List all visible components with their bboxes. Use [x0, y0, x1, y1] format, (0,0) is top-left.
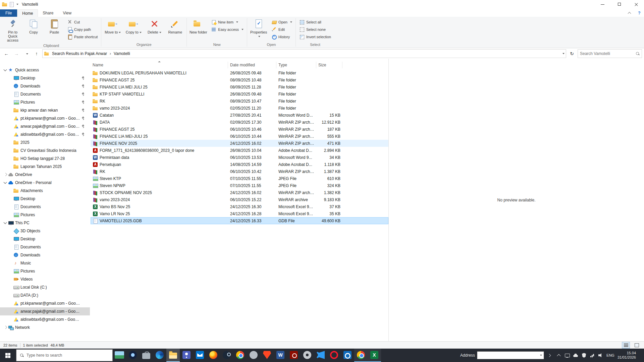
- expander-icon[interactable]: [8, 285, 13, 290]
- copy-button[interactable]: Copy: [23, 17, 44, 40]
- delete-button[interactable]: Delete: [144, 17, 164, 40]
- sidebar-item-kkp-anwar-dan-rekan[interactable]: kkp anwar dan rekan: [0, 106, 90, 114]
- tab-home[interactable]: Home: [17, 9, 38, 17]
- hidden-icons-chevron[interactable]: [556, 353, 561, 358]
- taskbar-app-button-outlook[interactable]: [341, 349, 354, 362]
- sidebar-item-pictures[interactable]: Pictures: [0, 98, 90, 106]
- network-tray-icon[interactable]: [590, 353, 595, 358]
- taskbar-app-button-chrome[interactable]: [233, 349, 247, 362]
- sidebar-item-downloads[interactable]: Downloads: [0, 251, 90, 259]
- file-row[interactable]: DATA 02/09/2025 17.30 WinRAR ZIP archive…: [91, 119, 388, 126]
- select-none-button[interactable]: Select none: [297, 26, 333, 33]
- back-button[interactable]: ←: [2, 50, 11, 58]
- expander-icon[interactable]: [8, 148, 13, 153]
- expander-icon[interactable]: [8, 309, 13, 314]
- taskbar-app-button-microsoft-store[interactable]: [140, 349, 153, 362]
- address-toolbar-dropdown-icon[interactable]: [540, 355, 542, 356]
- help-button[interactable]: ?: [635, 9, 644, 17]
- new-item-button[interactable]: New item: [209, 18, 246, 25]
- close-button[interactable]: [629, 0, 644, 9]
- column-header-name[interactable]: Name: [91, 62, 228, 68]
- volume-tray-icon[interactable]: [598, 353, 603, 358]
- sidebar-item-anwar-pajak-gmail-com-googl[interactable]: anwar.pajak@gmail.com - Googl...: [0, 122, 90, 130]
- sidebar-item-anwar-pajak-gmail-com-googl-h[interactable]: anwar.pajak@gmail.com - Googl... (H:): [0, 307, 90, 315]
- expander-icon[interactable]: [8, 228, 13, 234]
- sidebar-item-data-d[interactable]: DATA (D:): [0, 291, 90, 299]
- expander-icon[interactable]: [8, 268, 13, 274]
- taskbar-app-button-teams[interactable]: [180, 349, 193, 362]
- taskbar-app-button-excel[interactable]: [368, 349, 381, 362]
- expander-icon[interactable]: [8, 260, 13, 266]
- refresh-button[interactable]: ↻: [568, 50, 576, 58]
- breadcrumb-segment-current[interactable]: Vamotelli: [112, 51, 131, 56]
- history-button[interactable]: History: [269, 33, 294, 40]
- sidebar-item-documents[interactable]: Documents: [0, 243, 90, 251]
- taskbar-app-button-edge[interactable]: [153, 349, 166, 362]
- expander-icon[interactable]: [8, 317, 13, 322]
- expander-icon[interactable]: [8, 164, 13, 169]
- column-header-size[interactable]: Size: [316, 62, 342, 68]
- sidebar-item-local-disk-c[interactable]: Local Disk (C:): [0, 283, 90, 291]
- expander-icon[interactable]: [8, 116, 13, 121]
- expander-icon[interactable]: [8, 188, 13, 193]
- file-row[interactable]: vamo 2023-2024 06/10/2025 15.22 WinRAR a…: [91, 196, 388, 203]
- search-input[interactable]: [580, 51, 636, 56]
- expander-icon[interactable]: [8, 244, 13, 250]
- sidebar-item-pt-kkpanwar-gmail-com-googl[interactable]: pt.kkpanwar@gmail.com - Googl...: [0, 114, 90, 122]
- file-row[interactable]: FINANCE AGST 25 08/09/2025 10.48 File fo…: [91, 76, 388, 83]
- onedrive-tray-icon[interactable]: [573, 353, 578, 358]
- sidebar-item-desktop[interactable]: Desktop: [0, 235, 90, 243]
- file-row[interactable]: Vamo LR Nov 25 24/12/2025 16.28 Microsof…: [91, 210, 388, 217]
- sidebar-item-aldiswbtax6-gmail-com-googl[interactable]: aldiswbtax6@gmail.com - Googl...: [0, 130, 90, 138]
- search-icon[interactable]: [636, 52, 640, 56]
- display-tray-icon[interactable]: [565, 353, 570, 358]
- taskbar-app-button-firefox[interactable]: [207, 349, 220, 362]
- expander-icon[interactable]: [8, 156, 13, 161]
- paste-shortcut-button[interactable]: Paste shortcut: [65, 33, 100, 40]
- file-row[interactable]: vamo 2023-2024 02/05/2025 11.20 File fol…: [91, 105, 388, 112]
- sidebar-item-downloads[interactable]: Downloads: [0, 82, 90, 90]
- new-folder-button[interactable]: New folder: [188, 17, 208, 40]
- taskbar-app-button-file-explorer[interactable]: [166, 349, 180, 362]
- file-row[interactable]: FINANCE NOV 2025 24/12/2025 16.02 WinRAR…: [91, 140, 388, 147]
- file-row[interactable]: VAMOTELLI 2025.GDB 24/12/2025 16.33 GDB …: [91, 217, 388, 224]
- address-bar[interactable]: Search Results in Pajak Anwar › Vamotell…: [42, 49, 566, 58]
- language-indicator[interactable]: ENG: [606, 353, 614, 357]
- sidebar-item-pictures[interactable]: Pictures: [0, 211, 90, 219]
- tab-share[interactable]: Share: [38, 9, 58, 17]
- file-row[interactable]: Persetujuan 14/08/2025 14.59 Adobe Acrob…: [91, 161, 388, 168]
- sidebar-item-laporan-tahunan-2025[interactable]: Laporan Tahunan 2025: [0, 163, 90, 171]
- tab-file[interactable]: File: [0, 9, 17, 17]
- taskbar-app-button-word[interactable]: [274, 349, 287, 362]
- sidebar-item-onedrive-personal[interactable]: OneDrive - Personal: [0, 179, 90, 187]
- tab-view[interactable]: View: [58, 9, 76, 17]
- file-row[interactable]: Steven KTP 07/10/2025 11.55 JPEG File 61…: [91, 175, 388, 182]
- forward-button[interactable]: →: [12, 50, 21, 58]
- file-row[interactable]: DOKUMEN LEGAL PERUSAHAAN VAMOTELLI 26/08…: [91, 69, 388, 76]
- sidebar-item-aldiswbtax6-gmail-com-googl-i[interactable]: aldiswbtax6@gmail.com - Googl... (I:): [0, 315, 90, 323]
- taskbar-app-button-opera[interactable]: [327, 349, 341, 362]
- expander-icon[interactable]: [8, 301, 13, 306]
- expander-icon[interactable]: [8, 204, 13, 209]
- expander-icon[interactable]: [3, 172, 8, 177]
- paste-button[interactable]: Paste: [44, 17, 64, 40]
- expander-icon[interactable]: [3, 67, 8, 73]
- expander-icon[interactable]: [3, 220, 8, 226]
- cut-button[interactable]: Cut: [65, 18, 100, 25]
- expander-icon[interactable]: [8, 140, 13, 145]
- collapse-ribbon-button[interactable]: [625, 9, 635, 17]
- expander-icon[interactable]: [8, 236, 13, 242]
- recent-locations-button[interactable]: [22, 50, 31, 58]
- file-row[interactable]: Permintaan data 06/10/2025 13.53 Microso…: [91, 154, 388, 161]
- easy-access-button[interactable]: Easy access: [209, 26, 246, 33]
- rename-button[interactable]: Rename: [165, 17, 185, 40]
- large-icons-view-button[interactable]: [633, 342, 641, 349]
- invert-selection-button[interactable]: Invert selection: [297, 33, 333, 40]
- details-view-button[interactable]: [622, 342, 630, 349]
- properties-button[interactable]: Properties: [249, 17, 269, 40]
- file-row[interactable]: RK 06/10/2025 10.42 WinRAR ZIP archive 1…: [91, 168, 388, 175]
- taskbar-app-button-news-widget[interactable]: [113, 349, 126, 362]
- sidebar-item-cv-greavitasi-studio-indonesia[interactable]: CV Greavitasi Studio Indonesia: [0, 146, 90, 155]
- minimize-button[interactable]: [595, 0, 610, 9]
- security-tray-icon[interactable]: [581, 353, 587, 358]
